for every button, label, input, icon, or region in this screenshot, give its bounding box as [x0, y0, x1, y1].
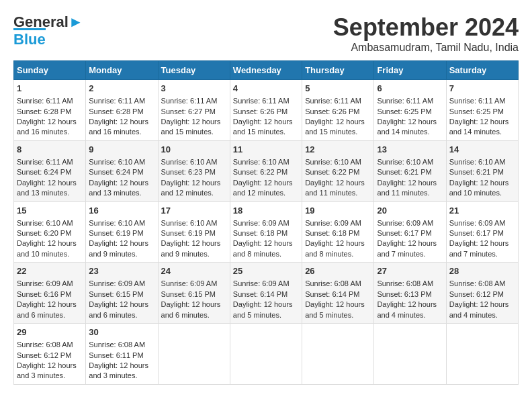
list-item: [446, 324, 518, 385]
day-number: 3: [161, 83, 227, 95]
day-number: 5: [305, 83, 371, 95]
calendar-subtitle: Ambasamudram, Tamil Nadu, India: [333, 42, 519, 54]
list-item: 4Sunrise: 6:11 AM Sunset: 6:26 PM Daylig…: [230, 80, 302, 141]
list-item: 26Sunrise: 6:08 AM Sunset: 6:14 PM Dayli…: [302, 263, 374, 324]
day-info: Sunrise: 6:11 AM Sunset: 6:28 PM Dayligh…: [17, 97, 77, 136]
day-number: 22: [17, 265, 83, 277]
list-item: 27Sunrise: 6:08 AM Sunset: 6:13 PM Dayli…: [374, 263, 446, 324]
col-wednesday: Wednesday: [230, 61, 302, 80]
list-item: 14Sunrise: 6:10 AM Sunset: 6:21 PM Dayli…: [446, 140, 518, 201]
day-number: 27: [377, 265, 443, 277]
table-row: 1Sunrise: 6:11 AM Sunset: 6:28 PM Daylig…: [14, 80, 519, 141]
list-item: 10Sunrise: 6:10 AM Sunset: 6:23 PM Dayli…: [158, 140, 230, 201]
list-item: 20Sunrise: 6:09 AM Sunset: 6:17 PM Dayli…: [374, 201, 446, 263]
list-item: 17Sunrise: 6:10 AM Sunset: 6:19 PM Dayli…: [158, 201, 230, 263]
list-item: 22Sunrise: 6:09 AM Sunset: 6:16 PM Dayli…: [14, 263, 86, 324]
list-item: 18Sunrise: 6:09 AM Sunset: 6:18 PM Dayli…: [230, 201, 302, 263]
day-number: 30: [89, 326, 154, 338]
day-number: 12: [305, 144, 371, 156]
list-item: 7Sunrise: 6:11 AM Sunset: 6:25 PM Daylig…: [446, 80, 518, 141]
day-number: 1: [17, 83, 83, 95]
day-info: Sunrise: 6:09 AM Sunset: 6:14 PM Dayligh…: [233, 279, 293, 318]
table-row: 22Sunrise: 6:09 AM Sunset: 6:16 PM Dayli…: [14, 263, 519, 324]
list-item: 13Sunrise: 6:10 AM Sunset: 6:21 PM Dayli…: [374, 140, 446, 201]
table-row: 8Sunrise: 6:11 AM Sunset: 6:24 PM Daylig…: [14, 140, 519, 201]
day-info: Sunrise: 6:08 AM Sunset: 6:14 PM Dayligh…: [305, 279, 365, 318]
day-number: 2: [89, 83, 154, 95]
day-info: Sunrise: 6:09 AM Sunset: 6:18 PM Dayligh…: [233, 219, 293, 258]
day-number: 7: [449, 83, 515, 95]
logo-blue-text: Blue: [13, 28, 46, 48]
list-item: [302, 324, 374, 385]
day-info: Sunrise: 6:11 AM Sunset: 6:26 PM Dayligh…: [305, 97, 365, 136]
list-item: 9Sunrise: 6:10 AM Sunset: 6:24 PM Daylig…: [86, 140, 158, 201]
col-thursday: Thursday: [302, 61, 374, 80]
list-item: 1Sunrise: 6:11 AM Sunset: 6:28 PM Daylig…: [14, 80, 86, 141]
day-info: Sunrise: 6:10 AM Sunset: 6:19 PM Dayligh…: [89, 219, 148, 258]
day-info: Sunrise: 6:11 AM Sunset: 6:24 PM Dayligh…: [17, 158, 77, 197]
day-info: Sunrise: 6:10 AM Sunset: 6:22 PM Dayligh…: [233, 158, 293, 197]
day-number: 29: [17, 326, 83, 338]
day-info: Sunrise: 6:10 AM Sunset: 6:21 PM Dayligh…: [377, 158, 437, 197]
calendar-title: September 2024: [333, 13, 519, 42]
day-info: Sunrise: 6:08 AM Sunset: 6:12 PM Dayligh…: [449, 279, 509, 318]
day-info: Sunrise: 6:10 AM Sunset: 6:23 PM Dayligh…: [161, 158, 221, 197]
day-info: Sunrise: 6:09 AM Sunset: 6:17 PM Dayligh…: [449, 219, 509, 258]
col-sunday: Sunday: [14, 61, 86, 80]
day-number: 13: [377, 144, 443, 156]
list-item: 24Sunrise: 6:09 AM Sunset: 6:15 PM Dayli…: [158, 263, 230, 324]
day-number: 10: [161, 144, 227, 156]
calendar-table: Sunday Monday Tuesday Wednesday Thursday…: [13, 60, 519, 385]
day-number: 25: [233, 265, 299, 277]
col-saturday: Saturday: [446, 61, 518, 80]
day-number: 19: [305, 205, 371, 217]
day-info: Sunrise: 6:11 AM Sunset: 6:26 PM Dayligh…: [233, 97, 293, 136]
list-item: 8Sunrise: 6:11 AM Sunset: 6:24 PM Daylig…: [14, 140, 86, 201]
logo: General► Blue: [13, 13, 83, 48]
list-item: 16Sunrise: 6:10 AM Sunset: 6:19 PM Dayli…: [86, 201, 158, 263]
col-tuesday: Tuesday: [158, 61, 230, 80]
list-item: [158, 324, 230, 385]
page-header: General► Blue September 2024 Ambasamudra…: [13, 13, 519, 54]
day-number: 26: [305, 265, 371, 277]
list-item: 28Sunrise: 6:08 AM Sunset: 6:12 PM Dayli…: [446, 263, 518, 324]
day-number: 24: [161, 265, 227, 277]
day-info: Sunrise: 6:11 AM Sunset: 6:28 PM Dayligh…: [89, 97, 148, 136]
list-item: 3Sunrise: 6:11 AM Sunset: 6:27 PM Daylig…: [158, 80, 230, 141]
day-info: Sunrise: 6:10 AM Sunset: 6:22 PM Dayligh…: [305, 158, 365, 197]
day-info: Sunrise: 6:10 AM Sunset: 6:20 PM Dayligh…: [17, 219, 77, 258]
day-number: 14: [449, 144, 515, 156]
day-info: Sunrise: 6:09 AM Sunset: 6:18 PM Dayligh…: [305, 219, 365, 258]
day-info: Sunrise: 6:10 AM Sunset: 6:24 PM Dayligh…: [89, 158, 148, 197]
day-number: 11: [233, 144, 299, 156]
day-info: Sunrise: 6:11 AM Sunset: 6:25 PM Dayligh…: [377, 97, 437, 136]
day-number: 23: [89, 265, 154, 277]
list-item: 23Sunrise: 6:09 AM Sunset: 6:15 PM Dayli…: [86, 263, 158, 324]
list-item: 29Sunrise: 6:08 AM Sunset: 6:12 PM Dayli…: [14, 324, 86, 385]
day-info: Sunrise: 6:09 AM Sunset: 6:15 PM Dayligh…: [161, 279, 221, 318]
day-info: Sunrise: 6:11 AM Sunset: 6:27 PM Dayligh…: [161, 97, 221, 136]
list-item: 19Sunrise: 6:09 AM Sunset: 6:18 PM Dayli…: [302, 201, 374, 263]
col-monday: Monday: [86, 61, 158, 80]
list-item: 5Sunrise: 6:11 AM Sunset: 6:26 PM Daylig…: [302, 80, 374, 141]
day-info: Sunrise: 6:11 AM Sunset: 6:25 PM Dayligh…: [449, 97, 509, 136]
day-number: 15: [17, 205, 83, 217]
day-number: 16: [89, 205, 154, 217]
day-info: Sunrise: 6:09 AM Sunset: 6:17 PM Dayligh…: [377, 219, 437, 258]
list-item: 6Sunrise: 6:11 AM Sunset: 6:25 PM Daylig…: [374, 80, 446, 141]
list-item: 15Sunrise: 6:10 AM Sunset: 6:20 PM Dayli…: [14, 201, 86, 263]
day-number: 8: [17, 144, 83, 156]
list-item: 12Sunrise: 6:10 AM Sunset: 6:22 PM Dayli…: [302, 140, 374, 201]
list-item: 21Sunrise: 6:09 AM Sunset: 6:17 PM Dayli…: [446, 201, 518, 263]
list-item: [374, 324, 446, 385]
col-friday: Friday: [374, 61, 446, 80]
day-number: 18: [233, 205, 299, 217]
list-item: 2Sunrise: 6:11 AM Sunset: 6:28 PM Daylig…: [86, 80, 158, 141]
day-info: Sunrise: 6:08 AM Sunset: 6:12 PM Dayligh…: [17, 340, 77, 379]
day-info: Sunrise: 6:09 AM Sunset: 6:16 PM Dayligh…: [17, 279, 77, 318]
day-info: Sunrise: 6:08 AM Sunset: 6:13 PM Dayligh…: [377, 279, 437, 318]
title-block: September 2024 Ambasamudram, Tamil Nadu,…: [333, 13, 519, 54]
day-number: 21: [449, 205, 515, 217]
day-number: 6: [377, 83, 443, 95]
list-item: [230, 324, 302, 385]
